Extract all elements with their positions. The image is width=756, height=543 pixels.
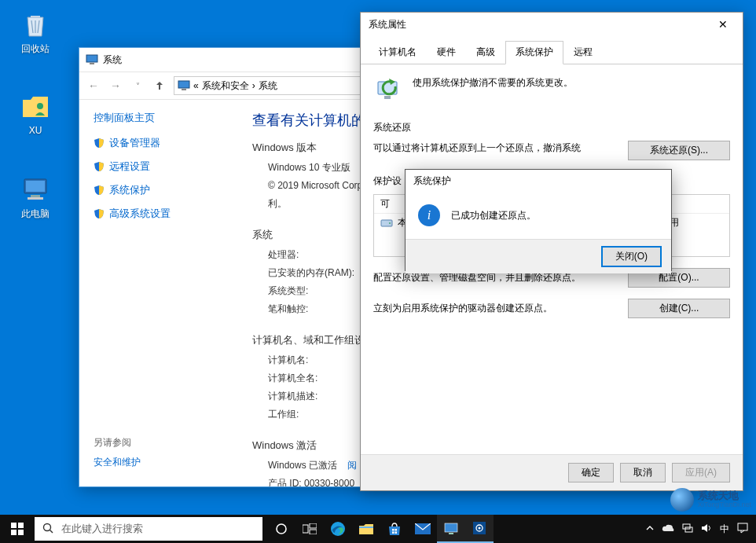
control-panel-taskbar-icon[interactable] — [437, 515, 465, 543]
cortana-button[interactable] — [267, 515, 295, 543]
desktop-icon-user-folder[interactable]: XU — [8, 90, 63, 136]
recycle-bin-icon — [20, 8, 51, 39]
svg-rect-2 — [26, 181, 45, 192]
intro-row: 使用系统保护撤消不需要的系统更改。 — [373, 75, 730, 107]
svg-rect-13 — [11, 523, 17, 528]
device-manager-link[interactable]: 设备管理器 — [94, 136, 222, 150]
tab-hardware[interactable]: 硬件 — [427, 41, 466, 64]
desktop-icon-label: 此电脑 — [8, 207, 63, 221]
tab-computer-name[interactable]: 计算机名 — [369, 41, 427, 64]
svg-rect-20 — [303, 525, 308, 533]
create-button[interactable]: 创建(C)... — [628, 299, 730, 318]
svg-point-19 — [277, 524, 286, 534]
security-maintenance-link[interactable]: 安全和维护 — [94, 457, 141, 468]
svg-rect-36 — [685, 527, 692, 532]
tray-volume-icon[interactable] — [701, 523, 712, 536]
svg-line-18 — [50, 530, 53, 533]
apply-button: 应用(A) — [672, 463, 730, 482]
svg-rect-14 — [18, 523, 24, 528]
svg-rect-5 — [86, 55, 97, 62]
control-panel-home-link[interactable]: 控制面板主页 — [94, 111, 222, 125]
restore-icon — [373, 75, 405, 107]
task-view-button[interactable] — [295, 515, 324, 543]
shield-icon — [94, 208, 105, 219]
svg-rect-31 — [449, 533, 453, 534]
tray-onedrive-icon[interactable] — [662, 523, 674, 535]
desktop-icon-this-pc[interactable]: 此电脑 — [8, 173, 63, 221]
settings-taskbar-icon[interactable] — [465, 515, 494, 543]
svg-rect-6 — [90, 63, 94, 64]
nav-up-button[interactable] — [152, 78, 167, 94]
ok-button[interactable]: 确定 — [568, 463, 614, 482]
shield-icon — [94, 185, 105, 196]
breadcrumb-segment[interactable]: 系统和安全 — [202, 79, 249, 93]
system-protection-link[interactable]: 系统保护 — [94, 183, 222, 197]
nav-recent-dropdown[interactable]: ˅ — [130, 78, 145, 94]
activation-status: Windows 已激活 — [268, 460, 337, 471]
taskbar: 在此键入进行搜索 中 — [0, 515, 756, 543]
explorer-taskbar-icon[interactable] — [352, 515, 380, 543]
side-link-label: 设备管理器 — [109, 136, 160, 150]
svg-rect-4 — [28, 197, 43, 200]
edge-taskbar-icon[interactable] — [324, 515, 352, 543]
close-button[interactable]: ✕ — [711, 18, 735, 31]
window-title: 系统 — [103, 53, 122, 67]
msgbox-buttons: 关闭(O) — [406, 239, 671, 273]
svg-point-17 — [44, 523, 51, 530]
folder-icon — [20, 90, 51, 122]
nav-forward-button[interactable]: → — [108, 78, 123, 94]
shield-icon — [94, 161, 105, 172]
watermark-en: XiTongTianDi.net — [698, 501, 751, 509]
sidebar: 控制面板主页 设备管理器 远程设置 系统保护 高级系统设置 另请参阅 安全和维护 — [79, 100, 237, 486]
success-message-box: 系统保护 i 已成功创建还原点。 关闭(O) — [405, 169, 672, 271]
tray-network-icon[interactable] — [682, 523, 693, 536]
search-placeholder: 在此键入进行搜索 — [61, 522, 143, 536]
taskbar-search[interactable]: 在此键入进行搜索 — [35, 517, 262, 541]
shield-icon — [94, 138, 105, 149]
svg-rect-21 — [310, 523, 317, 528]
start-button[interactable] — [0, 515, 35, 543]
read-terms-link[interactable]: 阅 — [347, 460, 357, 471]
side-link-label: 系统保护 — [109, 183, 150, 197]
nav-back-button[interactable]: ← — [86, 78, 101, 94]
svg-rect-22 — [310, 530, 317, 534]
svg-rect-10 — [384, 96, 391, 99]
cancel-button[interactable]: 取消 — [620, 463, 666, 482]
windows-logo-icon — [11, 523, 24, 535]
tab-system-protection[interactable]: 系统保护 — [505, 41, 563, 64]
tray-chevron-up-icon[interactable] — [646, 523, 654, 534]
dialog-button-row: 确定 取消 应用(A) — [361, 454, 743, 490]
drive-icon — [380, 217, 393, 229]
svg-point-0 — [37, 103, 43, 109]
msgbox-message: 已成功创建还原点。 — [451, 209, 536, 222]
advanced-settings-link[interactable]: 高级系统设置 — [94, 207, 222, 221]
svg-rect-26 — [395, 529, 398, 531]
info-icon: i — [418, 204, 440, 226]
svg-rect-37 — [738, 523, 747, 530]
breadcrumb-segment[interactable]: 系统 — [259, 79, 277, 93]
mail-taskbar-icon[interactable] — [409, 515, 437, 543]
side-link-label: 远程设置 — [109, 160, 150, 174]
monitor-icon — [86, 53, 98, 66]
ime-indicator[interactable]: 中 — [720, 523, 729, 536]
desktop-icon-recycle-bin[interactable]: 回收站 — [8, 8, 63, 56]
search-icon — [42, 523, 53, 536]
this-pc-icon — [20, 173, 51, 204]
globe-icon — [670, 488, 694, 512]
msgbox-close-button[interactable]: 关闭(O) — [601, 246, 662, 267]
store-taskbar-icon[interactable] — [380, 515, 409, 543]
tab-remote[interactable]: 远程 — [563, 41, 603, 64]
remote-settings-link[interactable]: 远程设置 — [94, 160, 222, 174]
watermark: 系统天地 XiTongTianDi.net — [670, 488, 751, 512]
watermark-cn: 系统天地 — [698, 490, 751, 501]
system-restore-button[interactable]: 系统还原(S)... — [628, 141, 730, 160]
group-system-restore-label: 系统还原 — [373, 121, 730, 134]
action-center-icon[interactable] — [737, 523, 748, 536]
tab-advanced[interactable]: 高级 — [466, 41, 505, 64]
msgbox-title[interactable]: 系统保护 — [406, 170, 671, 192]
svg-rect-28 — [395, 532, 398, 534]
dialog-titlebar[interactable]: 系统属性 ✕ — [361, 13, 743, 36]
dialog-title: 系统属性 — [369, 18, 406, 31]
related-links: 另请参阅 安全和维护 — [94, 436, 141, 469]
system-tray: 中 — [638, 523, 756, 536]
